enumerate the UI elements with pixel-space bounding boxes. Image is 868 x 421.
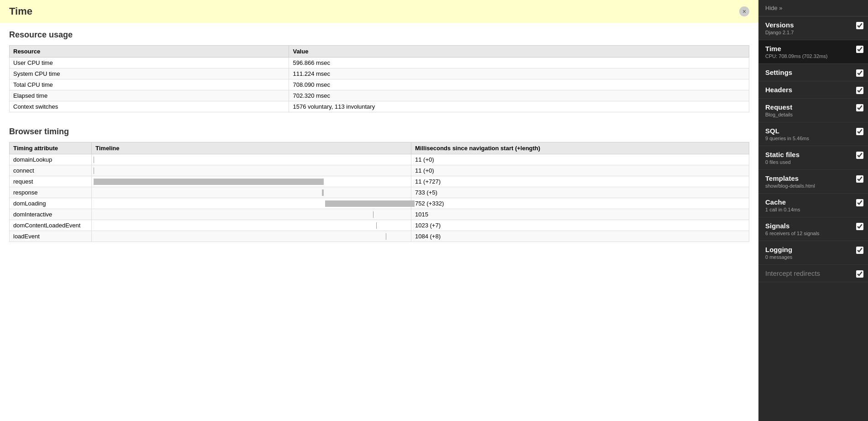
sidebar-item-subtitle: show/blog-details.html: [765, 183, 862, 189]
sidebar-item-request[interactable]: RequestBlog_details: [759, 99, 868, 122]
timing-ms: 1015: [411, 209, 749, 220]
timeline-line: [94, 168, 94, 174]
sidebar-item-title: Headers: [765, 86, 862, 94]
timeline-line: [386, 233, 386, 240]
timing-ms: 1084 (+8): [411, 231, 749, 242]
resource-value: 702.320 msec: [289, 90, 749, 101]
sidebar-item-cache[interactable]: Cache1 call in 0.14ms: [759, 194, 868, 217]
resource-name: Total CPU time: [10, 79, 289, 90]
timeline-bar: [322, 189, 324, 196]
timing-attr: domInteractive: [10, 209, 92, 220]
timing-attr: domContentLoadedEvent: [10, 220, 92, 231]
page-title: Time: [9, 5, 32, 17]
browser-timing-table: Timing attribute Timeline Milliseconds s…: [9, 142, 749, 242]
resource-name: Elapsed time: [10, 90, 289, 101]
timing-attr: loadEvent: [10, 231, 92, 242]
timing-timeline: [92, 154, 411, 165]
timing-attr: connect: [10, 165, 92, 176]
sidebar-item-templates[interactable]: Templatesshow/blog-details.html: [759, 170, 868, 194]
timing-ms: 1023 (+7): [411, 220, 749, 231]
sidebar-item-checkbox[interactable]: [856, 46, 863, 53]
sidebar-item-checkbox[interactable]: [856, 128, 863, 135]
sidebar-item-subtitle: 1 call in 0.14ms: [765, 207, 862, 212]
ms-header: Milliseconds since navigation start (+le…: [411, 142, 749, 154]
sidebar-item-title: Request: [765, 103, 862, 111]
timing-attr-header: Timing attribute: [10, 142, 92, 154]
timeline-line: [373, 211, 374, 218]
sidebar-item-headers[interactable]: Headers: [759, 81, 868, 99]
timeline-bar: [94, 179, 324, 185]
timing-timeline: [92, 187, 411, 198]
sidebar-item-checkbox[interactable]: [856, 270, 863, 278]
sidebar-item-logging[interactable]: Logging0 messages: [759, 241, 868, 265]
sidebar-item-signals[interactable]: Signals6 receivers of 12 signals: [759, 217, 868, 241]
timing-timeline: [92, 176, 411, 187]
sidebar: Hide » VersionsDjango 2.1.7TimeCPU: 708.…: [758, 0, 868, 421]
resource-row: User CPU time596.866 msec: [10, 58, 749, 68]
timing-ms: 11 (+0): [411, 154, 749, 165]
sidebar-item-title: Versions: [765, 21, 862, 29]
browser-timing-section: Browser timing Timing attribute Timeline…: [0, 120, 758, 249]
timeline-line: [376, 222, 377, 229]
timing-timeline: [92, 209, 411, 220]
resource-value: 708.090 msec: [289, 79, 749, 90]
sidebar-item-title: Settings: [765, 68, 862, 76]
sidebar-item-title: Static files: [765, 151, 862, 158]
sidebar-item-title: Cache: [765, 198, 862, 206]
sidebar-item-checkbox[interactable]: [856, 104, 863, 111]
timeline-line: [94, 157, 94, 163]
sidebar-item-checkbox[interactable]: [856, 223, 863, 230]
sidebar-item-versions[interactable]: VersionsDjango 2.1.7: [759, 16, 868, 40]
resource-usage-table: Resource Value User CPU time596.866 msec…: [9, 45, 749, 112]
resource-row: Elapsed time702.320 msec: [10, 90, 749, 101]
resource-name: User CPU time: [10, 58, 289, 68]
sidebar-item-time[interactable]: TimeCPU: 708.09ms (702.32ms): [759, 40, 868, 64]
sidebar-item-subtitle: 9 queries in 5.46ms: [765, 136, 862, 141]
timing-ms: 11 (+0): [411, 165, 749, 176]
timing-attr: response: [10, 187, 92, 198]
sidebar-item-subtitle: 0 messages: [765, 254, 862, 260]
close-button[interactable]: ×: [739, 6, 749, 16]
timing-attr: domainLookup: [10, 154, 92, 165]
resource-row: Context switches1576 voluntary, 113 invo…: [10, 101, 749, 112]
sidebar-item-title: SQL: [765, 127, 862, 135]
timing-ms: 11 (+727): [411, 176, 749, 187]
timing-ms: 752 (+332): [411, 198, 749, 209]
sidebar-item-checkbox[interactable]: [856, 22, 863, 29]
resource-col-header: Resource: [10, 46, 289, 58]
resource-name: Context switches: [10, 101, 289, 112]
sidebar-item-checkbox[interactable]: [856, 87, 863, 94]
sidebar-item-subtitle: Blog_details: [765, 112, 862, 117]
sidebar-hide-button[interactable]: Hide »: [759, 0, 868, 16]
timing-row: domainLookup11 (+0): [10, 154, 749, 165]
sidebar-item-subtitle: CPU: 708.09ms (702.32ms): [765, 53, 862, 59]
timing-timeline: [92, 165, 411, 176]
timing-row: domInteractive1015: [10, 209, 749, 220]
sidebar-item-title: Intercept redirects: [765, 269, 862, 277]
resource-row: System CPU time111.224 msec: [10, 68, 749, 79]
timing-row: response733 (+5): [10, 187, 749, 198]
sidebar-item-title: Signals: [765, 222, 862, 230]
sidebar-item-checkbox[interactable]: [856, 152, 863, 159]
sidebar-item-settings[interactable]: Settings: [759, 64, 868, 81]
timing-row: domContentLoadedEvent1023 (+7): [10, 220, 749, 231]
sidebar-item-checkbox[interactable]: [856, 247, 863, 254]
sidebar-item-checkbox[interactable]: [856, 175, 863, 183]
resource-name: System CPU time: [10, 68, 289, 79]
timing-ms: 733 (+5): [411, 187, 749, 198]
resource-value: 111.224 msec: [289, 68, 749, 79]
resource-value: 596.866 msec: [289, 58, 749, 68]
sidebar-item-subtitle: 0 files used: [765, 159, 862, 165]
sidebar-item-checkbox[interactable]: [856, 199, 863, 206]
resource-usage-title: Resource usage: [9, 30, 749, 40]
sidebar-item-sql[interactable]: SQL9 queries in 5.46ms: [759, 122, 868, 146]
sidebar-item-static-files[interactable]: Static files0 files used: [759, 146, 868, 170]
sidebar-item-title: Time: [765, 45, 862, 53]
main-content: Time × Resource usage Resource Value Use…: [0, 0, 758, 421]
timeline-bar: [325, 200, 415, 207]
sidebar-item-checkbox[interactable]: [856, 69, 863, 77]
sidebar-item-title: Logging: [765, 246, 862, 253]
resource-row: Total CPU time708.090 msec: [10, 79, 749, 90]
sidebar-item-intercept[interactable]: Intercept redirects: [759, 265, 868, 282]
timing-timeline: [92, 231, 411, 242]
